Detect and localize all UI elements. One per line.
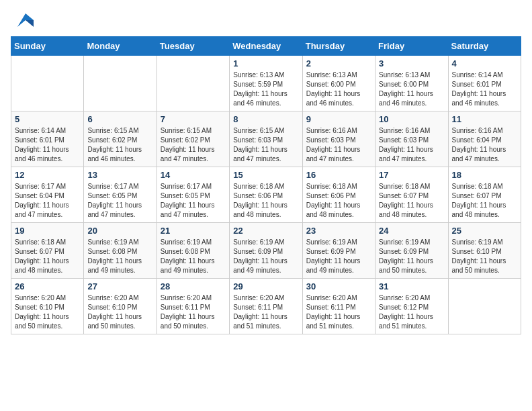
day-number: 5 — [15, 114, 80, 124]
day-number: 8 — [233, 114, 298, 124]
day-info: Sunrise: 6:20 AMSunset: 6:10 PMDaylight:… — [87, 293, 152, 331]
weekday-header: Thursday — [302, 37, 375, 56]
day-number: 4 — [452, 58, 517, 68]
day-info: Sunrise: 6:17 AMSunset: 6:04 PMDaylight:… — [15, 182, 80, 220]
calendar-week-row: 1Sunrise: 6:13 AMSunset: 5:59 PMDaylight… — [11, 56, 521, 111]
day-info: Sunrise: 6:18 AMSunset: 6:07 PMDaylight:… — [379, 182, 444, 220]
day-number: 17 — [379, 170, 444, 180]
calendar-week-row: 12Sunrise: 6:17 AMSunset: 6:04 PMDayligh… — [11, 167, 521, 223]
calendar-week-row: 5Sunrise: 6:14 AMSunset: 6:01 PMDaylight… — [11, 111, 521, 167]
weekday-header: Monday — [84, 37, 157, 56]
calendar-cell — [157, 56, 229, 111]
day-info: Sunrise: 6:19 AMSunset: 6:08 PMDaylight:… — [161, 238, 226, 275]
day-number: 20 — [87, 226, 152, 236]
calendar-week-row: 19Sunrise: 6:18 AMSunset: 6:07 PMDayligh… — [11, 223, 521, 279]
day-info: Sunrise: 6:18 AMSunset: 6:07 PMDaylight:… — [452, 182, 517, 220]
calendar-cell: 10Sunrise: 6:16 AMSunset: 6:03 PMDayligh… — [375, 111, 448, 167]
calendar-cell: 11Sunrise: 6:16 AMSunset: 6:04 PMDayligh… — [448, 111, 521, 167]
calendar-cell: 15Sunrise: 6:18 AMSunset: 6:06 PMDayligh… — [230, 167, 302, 223]
calendar-cell: 9Sunrise: 6:16 AMSunset: 6:03 PMDaylight… — [302, 111, 375, 167]
calendar-cell: 5Sunrise: 6:14 AMSunset: 6:01 PMDaylight… — [11, 111, 84, 167]
calendar-cell: 23Sunrise: 6:19 AMSunset: 6:09 PMDayligh… — [302, 223, 375, 279]
day-info: Sunrise: 6:14 AMSunset: 6:01 PMDaylight:… — [452, 71, 517, 108]
day-number: 25 — [452, 226, 517, 236]
day-number: 24 — [379, 226, 444, 236]
day-info: Sunrise: 6:19 AMSunset: 6:10 PMDaylight:… — [452, 238, 517, 275]
calendar-header: SundayMondayTuesdayWednesdayThursdayFrid… — [11, 37, 521, 56]
calendar-cell: 6Sunrise: 6:15 AMSunset: 6:02 PMDaylight… — [84, 111, 157, 167]
calendar-cell: 1Sunrise: 6:13 AMSunset: 5:59 PMDaylight… — [230, 56, 302, 111]
day-number: 22 — [233, 226, 298, 236]
calendar-cell: 19Sunrise: 6:18 AMSunset: 6:07 PMDayligh… — [11, 223, 84, 279]
calendar-cell: 21Sunrise: 6:19 AMSunset: 6:08 PMDayligh… — [157, 223, 229, 279]
day-number: 16 — [306, 170, 371, 180]
day-info: Sunrise: 6:19 AMSunset: 6:08 PMDaylight:… — [87, 238, 152, 275]
day-number: 11 — [452, 114, 517, 124]
calendar-cell: 17Sunrise: 6:18 AMSunset: 6:07 PMDayligh… — [375, 167, 448, 223]
day-number: 21 — [161, 226, 226, 236]
day-info: Sunrise: 6:18 AMSunset: 6:06 PMDaylight:… — [306, 182, 371, 220]
day-info: Sunrise: 6:19 AMSunset: 6:09 PMDaylight:… — [379, 238, 444, 275]
day-number: 29 — [233, 281, 298, 291]
day-info: Sunrise: 6:20 AMSunset: 6:12 PMDaylight:… — [379, 293, 444, 331]
calendar-body: 1Sunrise: 6:13 AMSunset: 5:59 PMDaylight… — [11, 56, 521, 334]
logo — [11, 11, 34, 30]
calendar-cell — [11, 56, 84, 111]
calendar-cell: 30Sunrise: 6:20 AMSunset: 6:11 PMDayligh… — [302, 279, 375, 334]
calendar-cell: 22Sunrise: 6:19 AMSunset: 6:09 PMDayligh… — [230, 223, 302, 279]
calendar-cell: 12Sunrise: 6:17 AMSunset: 6:04 PMDayligh… — [11, 167, 84, 223]
calendar-cell: 29Sunrise: 6:20 AMSunset: 6:11 PMDayligh… — [230, 279, 302, 334]
calendar-cell: 7Sunrise: 6:15 AMSunset: 6:02 PMDaylight… — [157, 111, 229, 167]
calendar-table: SundayMondayTuesdayWednesdayThursdayFrid… — [11, 36, 521, 334]
weekday-header: Saturday — [448, 37, 521, 56]
day-info: Sunrise: 6:15 AMSunset: 6:02 PMDaylight:… — [87, 126, 152, 164]
day-info: Sunrise: 6:20 AMSunset: 6:11 PMDaylight:… — [306, 293, 371, 331]
weekday-header: Friday — [375, 37, 448, 56]
day-info: Sunrise: 6:19 AMSunset: 6:09 PMDaylight:… — [233, 238, 298, 275]
page-header — [11, 11, 521, 30]
day-number: 13 — [87, 170, 152, 180]
day-number: 27 — [87, 281, 152, 291]
calendar-cell: 18Sunrise: 6:18 AMSunset: 6:07 PMDayligh… — [448, 167, 521, 223]
day-number: 23 — [306, 226, 371, 236]
calendar-cell: 26Sunrise: 6:20 AMSunset: 6:10 PMDayligh… — [11, 279, 84, 334]
calendar-cell: 24Sunrise: 6:19 AMSunset: 6:09 PMDayligh… — [375, 223, 448, 279]
day-info: Sunrise: 6:16 AMSunset: 6:03 PMDaylight:… — [306, 126, 371, 164]
calendar-week-row: 26Sunrise: 6:20 AMSunset: 6:10 PMDayligh… — [11, 279, 521, 334]
day-info: Sunrise: 6:19 AMSunset: 6:09 PMDaylight:… — [306, 238, 371, 275]
day-info: Sunrise: 6:16 AMSunset: 6:04 PMDaylight:… — [452, 126, 517, 164]
weekday-header: Sunday — [11, 37, 84, 56]
calendar-cell: 13Sunrise: 6:17 AMSunset: 6:05 PMDayligh… — [84, 167, 157, 223]
day-number: 19 — [15, 226, 80, 236]
svg-marker-1 — [26, 20, 34, 27]
calendar-cell: 20Sunrise: 6:19 AMSunset: 6:08 PMDayligh… — [84, 223, 157, 279]
day-number: 15 — [233, 170, 298, 180]
calendar-cell: 2Sunrise: 6:13 AMSunset: 6:00 PMDaylight… — [302, 56, 375, 111]
day-number: 30 — [306, 281, 371, 291]
day-number: 31 — [379, 281, 444, 291]
day-number: 12 — [15, 170, 80, 180]
day-number: 2 — [306, 58, 371, 68]
day-number: 18 — [452, 170, 517, 180]
calendar-cell: 16Sunrise: 6:18 AMSunset: 6:06 PMDayligh… — [302, 167, 375, 223]
day-info: Sunrise: 6:18 AMSunset: 6:06 PMDaylight:… — [233, 182, 298, 220]
day-info: Sunrise: 6:20 AMSunset: 6:11 PMDaylight:… — [233, 293, 298, 331]
day-number: 9 — [306, 114, 371, 124]
weekday-header: Wednesday — [230, 37, 302, 56]
day-info: Sunrise: 6:14 AMSunset: 6:01 PMDaylight:… — [15, 126, 80, 164]
day-info: Sunrise: 6:16 AMSunset: 6:03 PMDaylight:… — [379, 126, 444, 164]
calendar-cell: 31Sunrise: 6:20 AMSunset: 6:12 PMDayligh… — [375, 279, 448, 334]
day-info: Sunrise: 6:15 AMSunset: 6:03 PMDaylight:… — [233, 126, 298, 164]
day-number: 28 — [161, 281, 226, 291]
logo-icon — [12, 11, 34, 30]
day-number: 1 — [233, 58, 298, 68]
day-info: Sunrise: 6:17 AMSunset: 6:05 PMDaylight:… — [87, 182, 152, 220]
day-info: Sunrise: 6:13 AMSunset: 5:59 PMDaylight:… — [233, 71, 298, 108]
day-number: 3 — [379, 58, 444, 68]
calendar-cell: 4Sunrise: 6:14 AMSunset: 6:01 PMDaylight… — [448, 56, 521, 111]
day-number: 26 — [15, 281, 80, 291]
calendar-cell: 28Sunrise: 6:20 AMSunset: 6:11 PMDayligh… — [157, 279, 229, 334]
calendar-cell: 14Sunrise: 6:17 AMSunset: 6:05 PMDayligh… — [157, 167, 229, 223]
day-info: Sunrise: 6:13 AMSunset: 6:00 PMDaylight:… — [306, 71, 371, 108]
day-number: 6 — [87, 114, 152, 124]
